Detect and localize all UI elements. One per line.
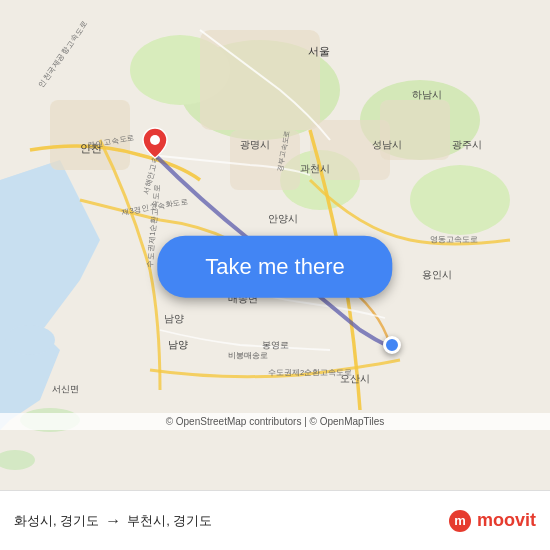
svg-text:비봉매송로: 비봉매송로 bbox=[228, 351, 268, 360]
button-overlay: Take me there bbox=[157, 236, 392, 298]
svg-text:서신면: 서신면 bbox=[52, 384, 79, 394]
svg-text:성남시: 성남시 bbox=[372, 139, 402, 150]
route-arrow-icon: → bbox=[105, 512, 121, 530]
svg-text:안양시: 안양시 bbox=[268, 213, 298, 224]
origin-label: 화성시, 경기도 bbox=[14, 512, 99, 530]
map-attribution: © OpenStreetMap contributors | © OpenMap… bbox=[0, 413, 550, 430]
svg-text:과천시: 과천시 bbox=[300, 163, 330, 174]
svg-text:서울: 서울 bbox=[308, 45, 330, 57]
svg-text:광주시: 광주시 bbox=[452, 139, 482, 150]
svg-point-8 bbox=[410, 165, 510, 235]
destination-label: 부천시, 경기도 bbox=[127, 512, 212, 530]
svg-text:남양: 남양 bbox=[168, 339, 188, 350]
footer-route: 화성시, 경기도 → 부천시, 경기도 bbox=[14, 512, 212, 530]
moovit-logo-icon: m bbox=[449, 510, 471, 532]
svg-text:하남시: 하남시 bbox=[412, 89, 442, 100]
svg-text:용인시: 용인시 bbox=[422, 269, 452, 280]
footer-bar: 화성시, 경기도 → 부천시, 경기도 m moovit bbox=[0, 490, 550, 550]
destination-marker bbox=[383, 336, 401, 354]
footer-logo: m moovit bbox=[449, 510, 536, 532]
svg-point-42 bbox=[150, 135, 160, 145]
svg-text:남양: 남양 bbox=[164, 313, 184, 324]
moovit-logo-text: moovit bbox=[477, 510, 536, 531]
svg-text:봉영로: 봉영로 bbox=[262, 340, 289, 350]
svg-text:광명시: 광명시 bbox=[240, 139, 270, 150]
svg-text:수도권제2순환고속도로: 수도권제2순환고속도로 bbox=[268, 368, 352, 377]
svg-point-4 bbox=[5, 325, 55, 355]
take-me-there-button[interactable]: Take me there bbox=[157, 236, 392, 298]
svg-text:영동고속도로: 영동고속도로 bbox=[430, 235, 478, 244]
svg-rect-12 bbox=[200, 30, 320, 130]
map-container: 인천 서울 광명시 과천시 성남시 안양시 수원시 남양 매송면 오산시 용인시… bbox=[0, 0, 550, 490]
svg-rect-16 bbox=[380, 100, 450, 160]
